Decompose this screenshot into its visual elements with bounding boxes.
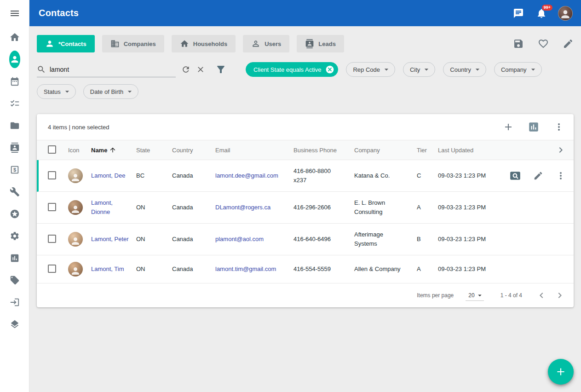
filter-chip-country[interactable]: Country — [443, 62, 486, 77]
search-input[interactable] — [50, 66, 176, 73]
col-header-updated[interactable]: Last Updated — [438, 147, 507, 154]
row-checkbox[interactable] — [48, 171, 56, 179]
contact-card-icon[interactable] — [9, 142, 20, 153]
filter-chip-company[interactable]: Company — [494, 62, 542, 77]
cell-state: ON — [136, 203, 172, 212]
add-contact-fab[interactable] — [548, 359, 574, 385]
cell-last-updated: 09-03-23 1:23 PM — [438, 265, 507, 274]
favorite-heart-icon[interactable] — [538, 38, 549, 49]
next-page-icon[interactable] — [551, 286, 569, 305]
user-avatar[interactable] — [558, 6, 573, 21]
filter-chip-status[interactable]: Status — [37, 84, 76, 99]
add-column-icon[interactable] — [503, 121, 514, 133]
wrench-icon[interactable] — [9, 186, 20, 197]
home-icon[interactable] — [9, 32, 20, 43]
col-header-icon[interactable]: Icon — [68, 147, 91, 154]
contacts-nav-active[interactable] — [9, 54, 20, 65]
star-circle-icon[interactable] — [9, 208, 20, 219]
contact-name-link[interactable]: Lamont, Peter — [91, 235, 129, 244]
person-icon — [45, 39, 54, 48]
edit-pencil-icon[interactable] — [563, 38, 574, 49]
person-outline-icon — [251, 39, 260, 48]
table-row[interactable]: Lamont, Tim ON Canada lamont.tim@gmail.c… — [37, 255, 574, 283]
contact-email-link[interactable]: DLamont@rogers.ca — [215, 203, 270, 212]
row-checkbox[interactable] — [48, 203, 56, 211]
preview-icon[interactable] — [509, 170, 521, 182]
row-more-icon[interactable] — [555, 170, 566, 181]
cell-phone: 416-860-8800 x237 — [293, 167, 339, 185]
chevron-down-icon — [473, 65, 482, 74]
tab-households[interactable]: Households — [172, 35, 236, 52]
entity-tabs: *Contacts Companies Households Users Lea… — [37, 35, 574, 52]
tab-users[interactable]: Users — [243, 35, 289, 52]
invoice-dollar-icon[interactable]: $ — [9, 164, 20, 175]
chevron-down-icon — [125, 87, 134, 96]
col-header-tier[interactable]: Tier — [417, 147, 438, 154]
gear-icon[interactable] — [9, 231, 20, 242]
tab-label: Companies — [124, 40, 156, 47]
edit-row-icon[interactable] — [533, 171, 543, 181]
tasks-checklist-icon[interactable] — [9, 98, 20, 109]
bar-chart-icon[interactable] — [9, 253, 20, 264]
filter-row-2: Status Date of Birth — [37, 84, 574, 99]
tab-contacts[interactable]: *Contacts — [37, 35, 95, 52]
chart-view-icon[interactable] — [528, 121, 540, 133]
remove-filter-icon[interactable] — [325, 65, 334, 74]
more-options-icon[interactable] — [553, 121, 564, 133]
tab-companies[interactable]: Companies — [102, 35, 164, 52]
filter-funnel-icon[interactable] — [215, 64, 226, 75]
save-icon[interactable] — [513, 38, 524, 49]
cell-company: Afterimage Systems — [354, 230, 406, 248]
select-all-checkbox[interactable] — [48, 145, 56, 154]
previous-page-icon[interactable] — [532, 286, 551, 305]
contact-name-link[interactable]: Lamont, Dee — [91, 171, 125, 180]
page-title: Contacts — [39, 8, 79, 18]
col-header-name[interactable]: Name — [91, 146, 136, 154]
home-icon — [180, 39, 189, 48]
contact-name-link[interactable]: Lamont, Dionne — [91, 198, 132, 217]
page-size-select[interactable]: 20 — [466, 290, 483, 301]
active-filter-chip[interactable]: Client State equals Active — [246, 62, 338, 77]
layers-icon[interactable] — [9, 319, 20, 330]
table-row[interactable]: Lamont, Peter ON Canada plamont@aol.com … — [37, 224, 574, 255]
clear-search-icon[interactable] — [196, 65, 205, 74]
folder-icon[interactable] — [9, 120, 20, 131]
cell-tier: C — [417, 171, 438, 180]
cell-tier: A — [417, 203, 438, 212]
tag-icon[interactable] — [9, 275, 20, 286]
col-header-phone[interactable]: Business Phone — [293, 147, 354, 154]
chat-icon[interactable] — [513, 8, 524, 19]
filter-chip-rep-code[interactable]: Rep Code — [346, 62, 395, 77]
tab-leads[interactable]: Leads — [297, 35, 344, 52]
col-header-email[interactable]: Email — [215, 147, 293, 154]
table-row[interactable]: Lamont, Dee BC Canada lamont.dee@gmail.c… — [37, 160, 574, 192]
contact-email-link[interactable]: plamont@aol.com — [215, 235, 264, 244]
row-checkbox[interactable] — [48, 235, 56, 243]
contact-email-link[interactable]: lamont.dee@gmail.com — [215, 171, 278, 180]
refresh-icon[interactable] — [181, 65, 190, 74]
table-header-row: Icon Name State Country Email Business P… — [37, 140, 574, 160]
active-filter-label: Client State equals Active — [253, 66, 321, 73]
hamburger-menu-icon[interactable] — [9, 8, 20, 19]
col-header-company[interactable]: Company — [354, 147, 417, 154]
cell-state: BC — [136, 171, 172, 180]
contact-email-link[interactable]: lamont.tim@gmail.com — [215, 265, 276, 274]
sign-in-icon[interactable] — [9, 297, 20, 308]
results-card: 4 items | none selected Icon — [37, 114, 574, 307]
col-header-state[interactable]: State — [136, 147, 172, 154]
col-header-country[interactable]: Country — [172, 147, 215, 154]
contact-name-link[interactable]: Lamont, Tim — [91, 265, 124, 274]
filter-chip-date-of-birth[interactable]: Date of Birth — [83, 84, 138, 99]
calendar-icon[interactable] — [9, 76, 20, 87]
table-row[interactable]: Lamont, Dionne ON Canada DLamont@rogers.… — [37, 192, 574, 224]
content: *Contacts Companies Households Users Lea… — [29, 26, 581, 392]
columns-chevron-right-icon[interactable] — [555, 144, 566, 156]
filter-chip-city[interactable]: City — [403, 62, 435, 77]
contact-avatar — [68, 168, 83, 183]
tab-label: Households — [193, 40, 227, 47]
page-range: 1 - 4 of 4 — [500, 292, 522, 299]
selection-summary: 4 items | none selected — [48, 124, 109, 131]
notifications-bell-icon[interactable]: 99+ — [536, 8, 547, 19]
search-icon — [37, 65, 46, 74]
row-checkbox[interactable] — [48, 265, 56, 273]
